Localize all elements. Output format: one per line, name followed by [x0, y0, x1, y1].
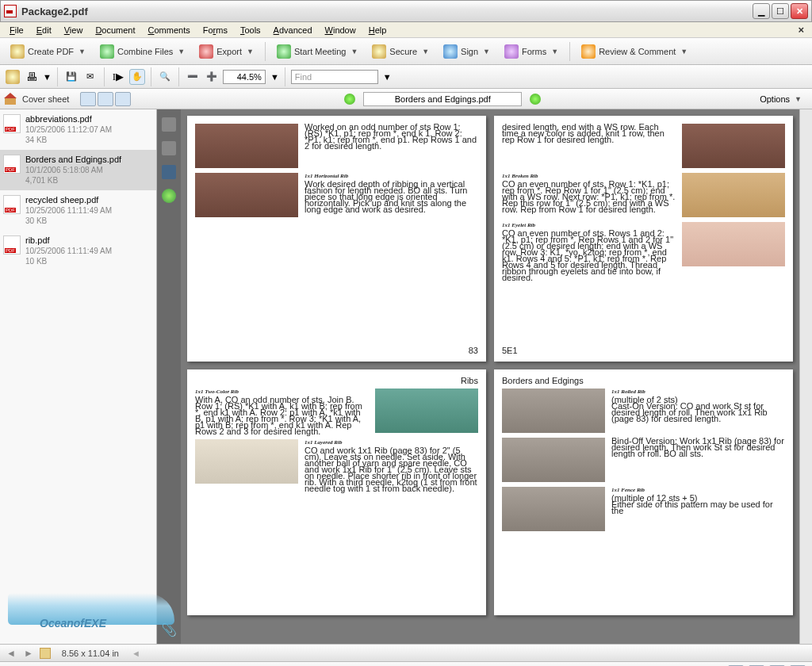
file-date: 10/1/2006 5:18:08 AM — [25, 165, 121, 175]
start-meeting-button[interactable]: Start Meeting▼ — [271, 41, 363, 62]
mdi-close-button[interactable]: × — [793, 24, 809, 36]
file-item[interactable]: abbreviations.pdf10/25/2006 11:12:07 AM3… — [0, 109, 156, 150]
zoom-tool[interactable]: 🔍 — [157, 69, 173, 85]
zoom-out-button[interactable]: ➖ — [185, 69, 201, 85]
file-name: recycled sheep.pdf — [25, 195, 112, 205]
pdf-page: Worked on an odd number of sts Row 1: (R… — [187, 116, 486, 362]
print-button[interactable]: 🖶 — [24, 69, 40, 85]
combine-icon — [100, 44, 114, 59]
sign-icon — [443, 44, 458, 59]
view-thumb-button[interactable] — [115, 92, 131, 106]
pdf-file-icon — [3, 155, 21, 174]
create-pdf-icon — [10, 44, 25, 59]
file-date: 10/25/2006 11:12:07 AM — [25, 124, 112, 135]
titlebar: Package2.pdf ▁ ☐ ✕ — [0, 0, 812, 22]
vertical-scrollbar[interactable] — [799, 109, 812, 644]
menu-document[interactable]: Document — [89, 24, 141, 36]
file-name: Borders and Edgings.pdf — [25, 155, 121, 165]
folder-small-icon[interactable] — [40, 648, 51, 659]
menu-window[interactable]: Window — [319, 24, 362, 36]
file-item[interactable]: recycled sheep.pdf10/25/2006 11:11:49 AM… — [0, 190, 156, 231]
prev-doc-button[interactable] — [344, 94, 355, 105]
nav-back-button[interactable]: ◄ — [5, 648, 17, 659]
file-size: 34 KB — [25, 135, 112, 145]
forms-icon — [504, 44, 519, 59]
combine-files-button[interactable]: Combine Files▼ — [94, 41, 190, 62]
file-date: 10/25/2006 11:11:49 AM — [25, 205, 112, 216]
meeting-icon — [277, 44, 291, 59]
create-pdf-button[interactable]: Create PDF▼ — [5, 41, 91, 62]
hand-tool[interactable]: ✋ — [129, 69, 145, 85]
forms-button[interactable]: Forms▼ — [499, 41, 564, 62]
export-icon — [199, 44, 213, 59]
menu-comments[interactable]: Comments — [142, 24, 197, 36]
document-view[interactable]: Worked on an odd number of sts Row 1: (R… — [181, 109, 799, 644]
status-bar: ◄ ► 8.56 x 11.04 in ◄ — [0, 644, 812, 661]
help-icon[interactable] — [162, 189, 176, 203]
folder-icon — [6, 70, 20, 84]
pdf-file-icon — [3, 114, 21, 133]
open-button[interactable] — [5, 69, 21, 85]
file-date: 10/25/2006 11:11:49 AM — [25, 246, 112, 256]
file-size: 30 KB — [25, 216, 112, 226]
cover-sheet-link[interactable]: Cover sheet — [22, 94, 69, 104]
select-tool[interactable]: I▶ — [110, 69, 126, 85]
pdf-page: Borders and Edgings 1x1 Rolled Rib(multi… — [494, 369, 793, 615]
secondary-toolbar: 🖶▼ 💾 ✉ I▶ ✋ 🔍 ➖ ➕ 44.5%▼ Find▼ — [0, 65, 812, 89]
menu-forms[interactable]: Forms — [197, 24, 234, 36]
secure-button[interactable]: Secure▼ — [366, 41, 435, 62]
app-icon — [4, 5, 17, 17]
file-item[interactable]: rib.pdf10/25/2006 11:11:49 AM10 KB — [0, 231, 156, 271]
page-nav-bar: ⏮ ◀ 3 / 80 ▶ ⏭ — [0, 661, 812, 666]
next-doc-button[interactable] — [530, 94, 541, 105]
zoom-in-button[interactable]: ➕ — [204, 69, 220, 85]
pdf-file-icon — [3, 195, 21, 214]
menu-view[interactable]: View — [58, 24, 90, 36]
view-detail-button[interactable] — [98, 92, 113, 106]
pdf-page: Ribs 1x1 Two-Color RibWith A, CO an odd … — [187, 369, 486, 615]
menu-advanced[interactable]: Advanced — [267, 24, 319, 36]
zoom-input[interactable]: 44.5% — [223, 70, 266, 84]
pdf-file-icon — [3, 235, 21, 255]
file-item[interactable]: Borders and Edgings.pdf10/1/2006 5:18:08… — [0, 150, 156, 190]
pages-panel-icon[interactable] — [162, 117, 176, 132]
find-input[interactable]: Find — [291, 70, 378, 84]
menu-edit[interactable]: Edit — [30, 24, 58, 36]
nav-panel-strip: 📎 — [157, 109, 181, 644]
page-dimensions: 8.56 x 11.04 in — [62, 649, 119, 658]
review-comment-button[interactable]: Review & Comment▼ — [576, 41, 693, 62]
main-toolbar: Create PDF▼ Combine Files▼ Export▼ Start… — [0, 38, 812, 65]
maximize-button[interactable]: ☐ — [772, 3, 789, 19]
pdf-page: desired length, end with a WS row. Each … — [494, 116, 793, 362]
minimize-button[interactable]: ▁ — [753, 3, 770, 19]
attachments-icon[interactable]: 📎 — [161, 622, 177, 637]
view-list-button[interactable] — [80, 92, 96, 106]
sign-button[interactable]: Sign▼ — [438, 41, 496, 62]
menu-tools[interactable]: Tools — [234, 24, 267, 36]
home-icon[interactable] — [5, 94, 17, 105]
export-button[interactable]: Export▼ — [193, 41, 259, 62]
secure-icon — [372, 44, 386, 59]
save-button[interactable]: 💾 — [63, 69, 79, 85]
bookmarks-panel-icon[interactable] — [162, 141, 176, 155]
close-button[interactable]: ✕ — [791, 3, 808, 19]
file-name: abbreviations.pdf — [25, 114, 112, 124]
menubar: File Edit View Document Comments Forms T… — [0, 22, 812, 38]
signatures-panel-icon[interactable] — [162, 165, 176, 179]
file-size: 10 KB — [25, 256, 112, 266]
review-icon — [581, 44, 596, 59]
window-title: Package2.pdf — [21, 6, 88, 17]
package-navbar: Cover sheet Borders and Edgings.pdf Opti… — [0, 89, 812, 109]
email-button[interactable]: ✉ — [82, 69, 98, 85]
nav-fwd-button[interactable]: ► — [22, 648, 35, 659]
file-list-sidebar: abbreviations.pdf10/25/2006 11:12:07 AM3… — [0, 109, 157, 644]
menu-help[interactable]: Help — [362, 24, 393, 36]
menu-file[interactable]: File — [3, 24, 30, 36]
file-name: rib.pdf — [25, 235, 112, 246]
current-doc-name: Borders and Edgings.pdf — [363, 92, 522, 106]
options-button[interactable]: Options▼ — [754, 91, 807, 107]
file-size: 4,701 KB — [25, 175, 121, 186]
